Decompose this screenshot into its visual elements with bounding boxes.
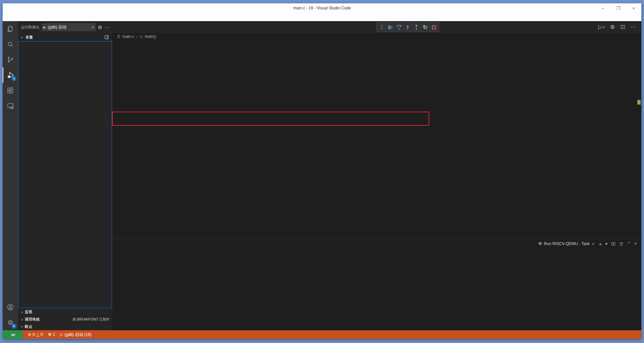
call-stack-label: 调用堆栈 bbox=[25, 317, 40, 322]
source-control-icon[interactable] bbox=[3, 52, 18, 67]
workbench: 1 ⚙ 1 运行和调试 ▶ (gdb) 启动 bbox=[3, 21, 641, 330]
run-or-debug-button[interactable]: ▷▾ bbox=[598, 24, 605, 30]
problems-status[interactable]: ⊘ 0 △ 0 bbox=[28, 332, 43, 337]
editor-actions: ▷▾ ⚙ ⋯ bbox=[598, 21, 641, 33]
explorer-icon[interactable] bbox=[3, 21, 18, 37]
annotation-box-code bbox=[112, 112, 429, 126]
error-count: 0 bbox=[33, 332, 35, 337]
new-terminal-icon[interactable]: + bbox=[599, 241, 602, 247]
settings-badge: 1 bbox=[11, 324, 16, 329]
code-lines bbox=[112, 40, 641, 42]
terminal-dropdown-icon[interactable]: ▾ bbox=[605, 241, 607, 246]
panel-header: ⚒ Run RISCV-QEMU - Task ✓ + ▾ ⌃ bbox=[112, 239, 641, 249]
remote-explorer-icon[interactable] bbox=[3, 98, 18, 114]
account-icon[interactable] bbox=[3, 299, 18, 315]
extensions-icon[interactable] bbox=[3, 83, 18, 98]
titlebar: main.c - 19 - Visual Studio Code – ❐ × bbox=[3, 3, 641, 13]
close-button[interactable]: × bbox=[626, 3, 641, 13]
debug-toolbar: ↻ bbox=[376, 22, 439, 32]
watch-section-header[interactable]: › 监视 bbox=[18, 308, 112, 316]
debug-badge: 1 bbox=[11, 76, 16, 81]
run-and-debug-label: 运行和调试 bbox=[21, 25, 39, 30]
split-editor-icon[interactable] bbox=[620, 24, 625, 30]
launch-config-value: (gdb) 启动 bbox=[48, 24, 66, 30]
vscode-window: main.c - 19 - Visual Studio Code – ❐ × 1 bbox=[3, 3, 641, 339]
configure-gear-icon[interactable]: ⚙ bbox=[610, 24, 615, 30]
window-controls: – ❐ × bbox=[595, 3, 641, 13]
breadcrumb[interactable]: C main.c › ◇ main() bbox=[112, 33, 641, 40]
chevron-right-icon: › bbox=[136, 34, 138, 39]
chevron-down-icon: ▾ bbox=[92, 25, 94, 29]
start-debug-icon[interactable]: ▶ bbox=[43, 25, 46, 30]
restore-button[interactable]: ❐ bbox=[610, 3, 626, 13]
step-into-icon[interactable] bbox=[404, 23, 412, 31]
maximize-panel-icon[interactable]: ⌃ bbox=[627, 241, 631, 246]
status-bar: >< ⊘ 0 △ 0 ⚒ 1 ▷ (gdb) 启动 (19) bbox=[3, 330, 641, 339]
more-actions-icon[interactable]: ⋯ bbox=[631, 24, 636, 30]
debug-session-status[interactable]: ▷ (gdb) 启动 (19) bbox=[60, 332, 91, 338]
chevron-down-icon: › bbox=[20, 35, 25, 39]
close-panel-icon[interactable]: × bbox=[634, 241, 637, 246]
tools-icon: ⚒ bbox=[48, 332, 52, 337]
error-icon: ⊘ bbox=[28, 332, 31, 337]
panel-actions: ⚒ Run RISCV-QEMU - Task ✓ + ▾ ⌃ bbox=[538, 241, 637, 247]
stop-icon[interactable] bbox=[430, 23, 438, 31]
variables-tree bbox=[18, 41, 112, 308]
tools-icon: ⚒ bbox=[538, 241, 542, 246]
split-terminal-icon[interactable] bbox=[611, 242, 615, 246]
menubar bbox=[3, 13, 641, 21]
restart-icon[interactable]: ↻ bbox=[421, 23, 429, 31]
variables-section-header[interactable]: › 变量 bbox=[18, 33, 112, 41]
kill-terminal-trash-icon[interactable] bbox=[619, 242, 624, 246]
editor-group: ▷▾ ⚙ ⋯ bbox=[112, 21, 641, 330]
step-over-icon[interactable] bbox=[395, 23, 403, 31]
breadcrumb-symbol[interactable]: main() bbox=[145, 34, 156, 39]
launch-config-select[interactable]: ▶ (gdb) 启动 ▾ bbox=[42, 23, 96, 31]
task-name: Run RISCV-QEMU - Task bbox=[544, 241, 590, 246]
task-count: 1 bbox=[53, 332, 55, 337]
chevron-right-icon: › bbox=[20, 309, 24, 315]
open-view-icon[interactable] bbox=[105, 35, 109, 39]
chevron-down-icon: › bbox=[20, 325, 25, 329]
bottom-panel: ⚒ Run RISCV-QEMU - Task ✓ + ▾ ⌃ bbox=[112, 238, 641, 330]
step-out-icon[interactable] bbox=[413, 23, 420, 31]
terminal-output[interactable] bbox=[112, 249, 641, 330]
toolbar-grip[interactable] bbox=[378, 23, 385, 31]
settings-gear-icon[interactable]: ⚙ 1 bbox=[3, 315, 18, 330]
overview-ruler-mark bbox=[637, 100, 641, 105]
running-tasks-status[interactable]: ⚒ 1 bbox=[48, 332, 55, 337]
more-actions-icon[interactable]: ⋯ bbox=[105, 25, 109, 30]
breakpoints-label: 断点 bbox=[25, 324, 32, 329]
call-stack-section-header[interactable]: › 调用堆栈 因 BREAKPOINT 已暂停 bbox=[18, 316, 112, 323]
breakpoints-section-header[interactable]: › 断点 bbox=[18, 323, 112, 330]
remote-indicator[interactable]: >< bbox=[3, 330, 23, 339]
continue-icon[interactable] bbox=[386, 23, 394, 31]
debug-sidebar: 运行和调试 ▶ (gdb) 启动 ▾ ⚙ ⋯ › 变量 › 监视 bbox=[18, 21, 112, 330]
minimize-button[interactable]: – bbox=[595, 3, 610, 13]
variables-title: 变量 bbox=[25, 35, 33, 40]
warning-icon: △ bbox=[36, 332, 39, 337]
debug-sidebar-toolbar: 运行和调试 ▶ (gdb) 启动 ▾ ⚙ ⋯ bbox=[18, 21, 112, 33]
search-icon[interactable] bbox=[3, 37, 18, 52]
activity-bar: 1 ⚙ 1 bbox=[3, 21, 18, 330]
debug-play-icon: ▷ bbox=[60, 332, 63, 337]
watch-label: 监视 bbox=[25, 309, 32, 315]
window-title: main.c - 19 - Visual Studio Code bbox=[3, 6, 641, 10]
warning-count: 0 bbox=[41, 332, 43, 337]
paused-on-breakpoint-badge: 因 BREAKPOINT 已暂停 bbox=[72, 317, 109, 322]
symbol-icon: ◇ bbox=[140, 34, 143, 39]
check-icon: ✓ bbox=[592, 241, 595, 246]
chevron-right-icon: › bbox=[20, 317, 24, 322]
code-editor[interactable] bbox=[112, 40, 641, 238]
terminal-task-label[interactable]: ⚒ Run RISCV-QEMU - Task ✓ bbox=[538, 241, 595, 246]
breadcrumb-file[interactable]: main.c bbox=[122, 34, 134, 39]
debug-settings-gear-icon[interactable]: ⚙ bbox=[98, 25, 102, 30]
debug-session-label: (gdb) 启动 (19) bbox=[64, 332, 91, 338]
run-and-debug-icon[interactable]: 1 bbox=[3, 67, 18, 83]
c-file-icon: C bbox=[117, 34, 120, 39]
